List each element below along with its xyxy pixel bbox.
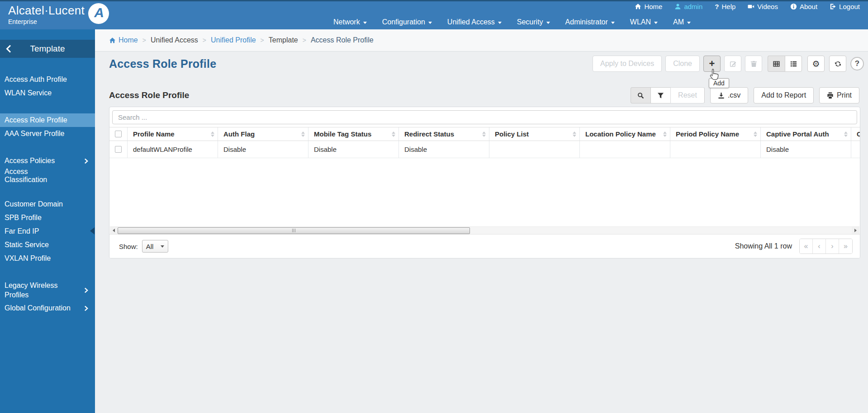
sort-icon[interactable] <box>392 131 395 137</box>
chevron-down-icon <box>161 245 164 248</box>
sidebar-item-access-classification[interactable]: Access Classification <box>0 168 95 184</box>
sort-icon[interactable] <box>663 131 667 137</box>
delete-button[interactable] <box>745 56 762 72</box>
table-panel: Profile Name Auth Flag Mobile Tag Status… <box>109 107 860 258</box>
search-input[interactable] <box>112 110 857 124</box>
sidebar-title: Template <box>30 44 65 54</box>
list-view-button[interactable] <box>785 56 802 72</box>
sidebar-item-far-end-ip[interactable]: Far End IP <box>0 225 95 238</box>
nav-configuration[interactable]: Configuration <box>382 18 432 26</box>
utility-logout-link[interactable]: Logout <box>830 3 860 10</box>
sidebar-item-static-service[interactable]: Static Service <box>0 238 95 252</box>
breadcrumb-unified-profile-link[interactable]: Unified Profile <box>211 36 256 44</box>
sidebar-item-customer-domain[interactable]: Customer Domain <box>0 197 95 211</box>
sidebar-collapse-icon[interactable] <box>90 227 95 235</box>
row-cell-policy-list <box>489 141 580 158</box>
scroll-right-button[interactable] <box>852 227 859 235</box>
refresh-button[interactable] <box>829 56 846 72</box>
page-title: Access Role Profile <box>109 57 216 70</box>
utility-about-link[interactable]: About <box>790 3 817 10</box>
grid-view-button[interactable] <box>768 56 785 72</box>
breadcrumb-home-link[interactable]: Home <box>109 36 138 44</box>
horizontal-scrollbar[interactable] <box>110 226 859 234</box>
sidebar-item-access-role-profile[interactable]: Access Role Profile <box>0 113 95 127</box>
nav-network[interactable]: Network <box>333 18 367 26</box>
scroll-left-button[interactable] <box>110 227 118 235</box>
row-checkbox[interactable] <box>115 146 122 153</box>
brand-logo: Alcatel·Lucent Enterprise A <box>8 4 109 25</box>
sort-icon[interactable] <box>844 131 848 137</box>
row-cell-location-policy-name <box>580 141 670 158</box>
sidebar-item-access-policies[interactable]: Access Policies <box>0 154 95 168</box>
utility-bar: Home admin ? Help Videos About Logout <box>635 3 860 10</box>
settings-button[interactable]: ⚙ <box>807 56 825 72</box>
row-cell-captive-portal-auth: Disable <box>761 141 851 158</box>
header-cell[interactable]: Captive Portal Auth <box>761 127 851 141</box>
table-row[interactable]: defaultWLANProfile Disable Disable Disab… <box>109 141 860 158</box>
last-page-button[interactable]: » <box>839 239 852 253</box>
sidebar-item-access-auth-profile[interactable]: Access Auth Profile <box>0 73 95 86</box>
sidebar-back-icon[interactable] <box>6 45 11 53</box>
breadcrumb: Home > Unified Access > Unified Profile … <box>95 29 868 52</box>
info-icon <box>790 3 797 10</box>
nav-administrator[interactable]: Administrator <box>565 18 615 26</box>
utility-help-link[interactable]: ? Help <box>715 3 735 10</box>
search-button[interactable] <box>631 87 650 103</box>
sort-icon[interactable] <box>482 131 486 137</box>
reset-button[interactable]: Reset <box>670 87 705 103</box>
select-all-checkbox[interactable] <box>115 131 122 137</box>
apply-to-devices-button[interactable]: Apply to Devices <box>593 56 662 72</box>
sidebar-item-vxlan-profile[interactable]: VXLAN Profile <box>0 252 95 265</box>
header-cell[interactable]: Auth Flag <box>218 127 308 141</box>
show-select[interactable]: All <box>142 240 168 253</box>
header-cell[interactable]: Profile Name <box>128 127 218 141</box>
app-header: Alcatel·Lucent Enterprise A Home admin ?… <box>0 0 868 29</box>
chevron-down-icon <box>687 22 691 24</box>
sidebar-item-legacy-wireless-profiles[interactable]: Legacy Wireless Profiles <box>0 279 95 301</box>
export-csv-button[interactable]: .csv <box>710 87 748 103</box>
header-cell[interactable]: C <box>851 127 860 141</box>
utility-home-link[interactable]: Home <box>635 3 662 10</box>
nav-am[interactable]: AM <box>673 18 691 26</box>
table-wrapper: Profile Name Auth Flag Mobile Tag Status… <box>109 127 860 158</box>
breadcrumb-separator: > <box>261 37 264 44</box>
breadcrumb-unified-access: Unified Access <box>151 36 198 44</box>
header-cell[interactable]: Mobile Tag Status <box>308 127 399 141</box>
show-label: Show: <box>119 243 138 250</box>
breadcrumb-template: Template <box>269 36 298 44</box>
edit-button[interactable] <box>724 56 741 72</box>
scrollbar-thumb[interactable] <box>118 227 470 234</box>
chevron-down-icon <box>498 22 502 24</box>
add-to-report-button[interactable]: Add to Report <box>754 87 814 103</box>
sidebar-item-global-configuration[interactable]: Global Configuration <box>0 301 95 315</box>
filter-button[interactable] <box>650 87 670 103</box>
sort-icon[interactable] <box>211 131 214 137</box>
title-row: Access Role Profile Apply to Devices Clo… <box>95 52 868 76</box>
header-cell[interactable]: Location Policy Name <box>580 127 670 141</box>
nav-unified-access[interactable]: Unified Access <box>447 18 502 26</box>
utility-user-menu[interactable]: admin <box>674 3 702 10</box>
prev-page-button[interactable]: ‹ <box>813 239 826 253</box>
header-cell[interactable]: Period Policy Name <box>670 127 761 141</box>
sort-icon[interactable] <box>301 131 305 137</box>
header-cell[interactable]: Policy List <box>489 127 580 141</box>
edit-icon <box>730 61 736 67</box>
sidebar-item-wlan-service[interactable]: WLAN Service <box>0 86 95 100</box>
next-page-button[interactable]: › <box>826 239 839 253</box>
sort-icon[interactable] <box>754 131 757 137</box>
scroll-right-icon <box>854 229 857 232</box>
utility-videos-link[interactable]: Videos <box>748 3 778 10</box>
brand-subtitle: Enterprise <box>8 18 85 25</box>
nav-security[interactable]: Security <box>517 18 550 26</box>
sidebar-item-spb-profile[interactable]: SPB Profile <box>0 211 95 225</box>
print-button[interactable]: Print <box>819 87 859 103</box>
help-button[interactable]: ? <box>850 57 864 70</box>
row-count-status: Showing All 1 row <box>735 242 792 250</box>
sidebar-item-aaa-server-profile[interactable]: AAA Server Profile <box>0 127 95 141</box>
nav-wlan[interactable]: WLAN <box>630 18 658 26</box>
sort-icon[interactable] <box>573 131 576 137</box>
header-cell[interactable]: Redirect Status <box>399 127 489 141</box>
clone-button[interactable]: Clone <box>665 56 700 72</box>
first-page-button[interactable]: « <box>800 239 813 253</box>
breadcrumb-separator: > <box>203 37 206 44</box>
